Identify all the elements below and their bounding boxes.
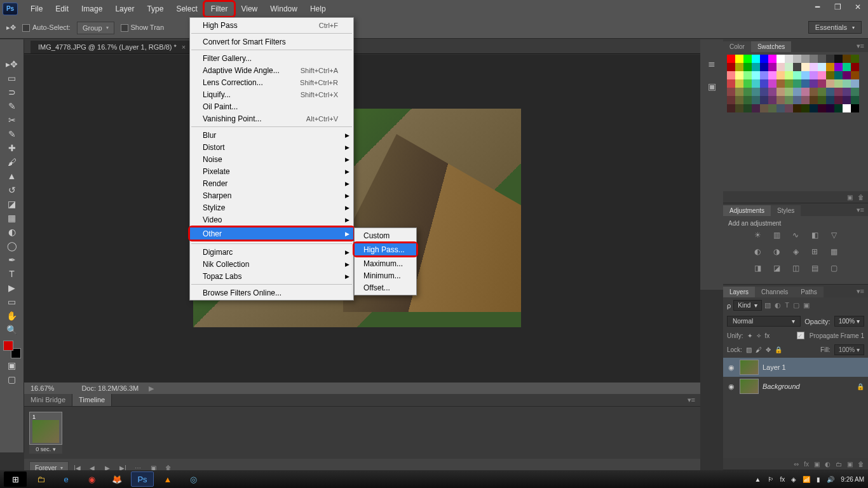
other-highpass[interactable]: High Pass...: [355, 243, 416, 255]
filter-stylize[interactable]: Stylize▶: [190, 201, 353, 214]
swatch[interactable]: [826, 96, 834, 104]
layer-thumbnail[interactable]: [740, 379, 759, 394]
swatch[interactable]: [818, 104, 826, 112]
swatch[interactable]: [793, 96, 801, 104]
shape-tool[interactable]: ▭: [4, 295, 20, 309]
hue-icon[interactable]: ◐: [751, 246, 764, 257]
tray-time[interactable]: 9:26 AM: [841, 476, 864, 483]
menu-type[interactable]: Type: [140, 2, 170, 16]
swatch[interactable]: [818, 63, 826, 71]
swatch[interactable]: [735, 88, 743, 96]
menu-edit[interactable]: Edit: [49, 2, 75, 16]
other-custom[interactable]: Custom: [355, 229, 416, 241]
lock-pixel-icon[interactable]: 🖌: [756, 346, 762, 353]
new-layer-icon[interactable]: ▣: [847, 461, 853, 468]
heal-tool[interactable]: ✚: [4, 141, 20, 155]
tray-volume-icon[interactable]: 🔊: [827, 476, 834, 483]
swatch[interactable]: [735, 55, 743, 63]
menu-layer[interactable]: Layer: [109, 2, 140, 16]
swatch[interactable]: [768, 79, 776, 88]
app-button[interactable]: ◎: [182, 471, 205, 487]
menu-view[interactable]: View: [234, 2, 264, 16]
swatch[interactable]: [752, 55, 760, 63]
other-minimum[interactable]: Minimum...: [355, 269, 416, 281]
close-tab-icon[interactable]: ×: [182, 43, 186, 51]
group-icon[interactable]: 🗀: [836, 461, 842, 468]
history-brush-tool[interactable]: ↺: [4, 183, 20, 197]
swatch[interactable]: [834, 96, 843, 104]
swatch[interactable]: [851, 96, 859, 104]
filter-other[interactable]: Other▶: [190, 227, 353, 240]
frame-delay[interactable]: 0 sec. ▾: [29, 445, 62, 454]
swatch[interactable]: [834, 104, 843, 112]
swatch[interactable]: [776, 55, 785, 63]
pen-tool[interactable]: ✒: [4, 253, 20, 267]
swatch[interactable]: [776, 96, 785, 104]
close-button[interactable]: ✕: [848, 0, 868, 14]
swatch[interactable]: [834, 71, 843, 79]
selective-color-icon[interactable]: ▢: [827, 262, 840, 274]
swatch[interactable]: [834, 63, 843, 71]
swatch[interactable]: [851, 63, 859, 71]
filter-nik[interactable]: Nik Collection▶: [190, 258, 353, 270]
swatch[interactable]: [851, 71, 859, 79]
menu-image[interactable]: Image: [75, 2, 109, 16]
swatch[interactable]: [851, 79, 859, 88]
link-layers-icon[interactable]: ⇔: [794, 461, 799, 468]
screenmode-tool[interactable]: ▢: [4, 372, 20, 386]
swatch[interactable]: [735, 79, 743, 88]
photo-filter-icon[interactable]: ◈: [789, 246, 802, 257]
swatch[interactable]: [735, 96, 743, 104]
lookup-icon[interactable]: ▦: [827, 246, 840, 257]
swatch[interactable]: [768, 71, 776, 79]
quickmask-tool[interactable]: ▣: [4, 358, 20, 372]
filter-lens[interactable]: Lens Correction...Shift+Ctrl+R: [190, 76, 353, 88]
bw-icon[interactable]: ◑: [770, 246, 783, 257]
filter-digimarc[interactable]: Digimarc▶: [190, 246, 353, 258]
layer-fx-icon[interactable]: fx: [804, 461, 809, 468]
blend-mode-select[interactable]: Normal▾: [727, 316, 801, 327]
posterize-icon[interactable]: ◪: [770, 262, 783, 274]
swatch[interactable]: [826, 104, 834, 112]
swatch[interactable]: [801, 88, 810, 96]
swatch[interactable]: [843, 79, 851, 88]
document-tab[interactable]: IMG_4778.JPG @ 16.7% (Layer 1, RGB/8) * …: [31, 41, 194, 53]
swatch[interactable]: [810, 104, 818, 112]
swatch[interactable]: [818, 88, 826, 96]
propagate-checkbox[interactable]: ✓Propagate Frame 1: [797, 332, 864, 339]
firefox-button[interactable]: 🦊: [105, 471, 128, 487]
layer-name[interactable]: Background: [763, 383, 800, 390]
visibility-icon[interactable]: ◉: [727, 383, 736, 391]
swatch[interactable]: [760, 55, 768, 63]
lock-all-icon[interactable]: 🔒: [775, 346, 782, 353]
layer-thumbnail[interactable]: [740, 360, 759, 375]
filter-shape-icon[interactable]: ▢: [793, 301, 799, 309]
swatch[interactable]: [834, 55, 843, 63]
gradient-tool[interactable]: ▦: [4, 211, 20, 225]
swatch[interactable]: [843, 96, 851, 104]
tab-layers[interactable]: Layers: [723, 287, 755, 297]
filter-gallery[interactable]: Filter Gallery...: [190, 52, 353, 64]
brush-tool[interactable]: 🖌: [4, 155, 20, 169]
tab-color[interactable]: Color: [723, 41, 751, 52]
filter-blur[interactable]: Blur▶: [190, 129, 353, 141]
adj-panel-menu-icon[interactable]: ▾≡: [853, 204, 868, 216]
filter-type-icon[interactable]: T: [785, 301, 789, 309]
menu-window[interactable]: Window: [264, 2, 304, 16]
swatch[interactable]: [810, 96, 818, 104]
swatch[interactable]: [851, 88, 859, 96]
swatch[interactable]: [785, 88, 793, 96]
swatch[interactable]: [801, 104, 810, 112]
tray-network-icon[interactable]: 📶: [803, 476, 810, 483]
quick-select-tool[interactable]: ✎: [4, 99, 20, 113]
swatch[interactable]: [801, 71, 810, 79]
menu-select[interactable]: Select: [170, 2, 203, 16]
minimize-button[interactable]: ━: [807, 0, 827, 14]
restore-button[interactable]: ❐: [827, 0, 848, 14]
filter-vanish[interactable]: Vanishing Point...Alt+Ctrl+V: [190, 112, 353, 125]
swatch[interactable]: [760, 104, 768, 112]
delete-swatch-icon[interactable]: 🗑: [858, 194, 864, 201]
swatch[interactable]: [727, 63, 735, 71]
stamp-tool[interactable]: ▲: [4, 169, 20, 183]
swatch[interactable]: [785, 63, 793, 71]
